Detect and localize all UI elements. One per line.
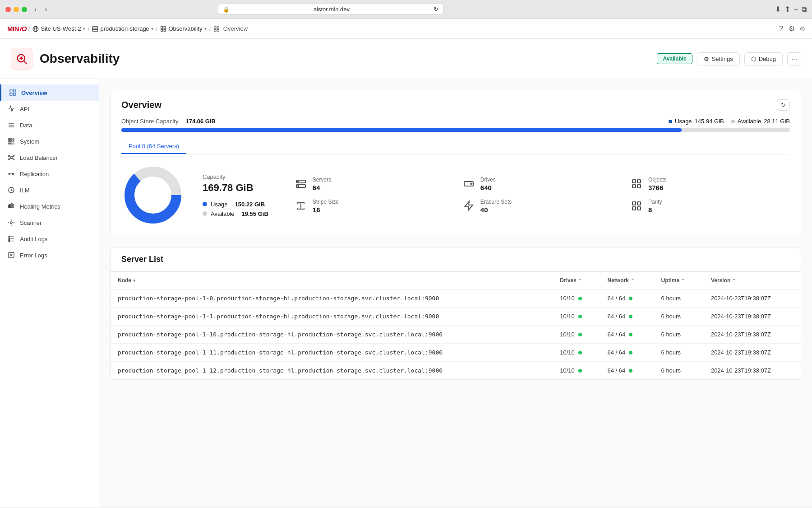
lock-icon: 🔒	[223, 6, 230, 13]
nav-buttons: ‹ ›	[32, 5, 50, 14]
pool-cap-value: 169.78 GiB	[203, 182, 268, 194]
svg-rect-17	[11, 139, 12, 140]
sidebar-item-scanner[interactable]: Scanner	[0, 214, 99, 231]
downloads-button[interactable]: ⬇	[775, 5, 781, 14]
svg-rect-62	[637, 185, 641, 188]
debug-button[interactable]: ⬡ Debug	[744, 52, 783, 65]
close-button[interactable]	[5, 7, 11, 12]
svg-line-32	[9, 158, 11, 159]
topbar: MINIO / Site US-West-2 ▾ / production-st…	[0, 19, 812, 39]
table-row[interactable]: production-storage-pool-1-11.production-…	[111, 344, 801, 362]
svg-marker-64	[465, 201, 473, 210]
sidebar-item-ilm[interactable]: ILM	[0, 182, 99, 198]
reload-button[interactable]: ↻	[434, 6, 438, 13]
capacity-fill	[121, 128, 682, 132]
page-header: Observability Available ⚙ Settings ⬡ Deb…	[0, 39, 812, 79]
table-row[interactable]: production-storage-pool-1-1.production-s…	[111, 308, 801, 326]
breadcrumb-sep-0: /	[28, 25, 30, 32]
breadcrumb-site[interactable]: Site US-West-2 ▾	[32, 25, 85, 32]
svg-rect-37	[8, 205, 9, 208]
main-layout: Overview API Data System	[0, 79, 812, 507]
col-drives-label: Drives	[560, 277, 577, 284]
version-cell: 2024-10-23T19:38:07Z	[704, 362, 801, 380]
sidebar-item-audit-logs-label: Audit Logs	[20, 236, 47, 242]
svg-line-6	[24, 61, 27, 64]
table-row[interactable]: production-storage-pool-1-10.production-…	[111, 326, 801, 344]
sidebar-item-audit-logs[interactable]: Audit Logs	[0, 231, 99, 247]
version-cell: 2024-10-23T19:38:07Z	[704, 326, 801, 344]
sidebar-item-replication[interactable]: Replication	[0, 166, 99, 182]
col-uptime[interactable]: Uptime ⌃	[654, 272, 704, 289]
breadcrumb: / Site US-West-2 ▾ / production-storage …	[28, 25, 248, 33]
parity-icon	[629, 199, 644, 213]
minimize-button[interactable]	[14, 7, 19, 12]
sidebar-item-overview[interactable]: Overview	[0, 84, 99, 101]
svg-rect-10	[13, 90, 15, 92]
overview-section-header: Overview ↻	[121, 99, 790, 111]
available-value: 28.11 GiB	[764, 118, 790, 125]
settings-btn-icon: ⚙	[704, 56, 709, 62]
col-uptime-label: Uptime	[661, 277, 680, 284]
more-actions-button[interactable]: ⋯	[787, 52, 801, 65]
status-badge: Available	[657, 53, 692, 64]
svg-rect-39	[11, 203, 12, 208]
back-button[interactable]: ‹	[32, 5, 39, 14]
sidebar-item-error-logs-label: Error Logs	[20, 252, 47, 259]
sidebar-item-healing-metrics[interactable]: Healing Metrics	[0, 198, 99, 214]
refresh-button[interactable]: ↻	[777, 99, 790, 111]
maximize-button[interactable]	[22, 7, 27, 12]
pool-tabs: Pool 0 (64 Servers)	[121, 139, 790, 154]
capacity-label: Object Store Capacity	[121, 118, 178, 125]
sidebar-item-load-balancer[interactable]: Load Balancer	[0, 149, 99, 166]
node-cell: production-storage-pool-1-10.production-…	[111, 326, 553, 344]
breadcrumb-storage[interactable]: production-storage ▾	[92, 25, 153, 32]
legend-usage: Usage 145.94 GiB	[669, 118, 724, 125]
svg-rect-21	[13, 141, 14, 142]
sidebar-item-system[interactable]: System	[0, 133, 99, 149]
sidebar-item-api[interactable]: API	[0, 101, 99, 117]
pool-usage-legend-label: Usage	[211, 201, 228, 208]
uptime-cell: 6 hours	[654, 326, 704, 344]
tabs-button[interactable]: ⧉	[802, 5, 807, 14]
pool-capacity-info: Capacity 169.78 GiB Usage 150.22 GiB Ava…	[203, 173, 268, 217]
logout-button[interactable]: ⎋	[800, 25, 805, 33]
settings-button[interactable]: ⚙ Settings	[697, 52, 740, 65]
settings-gear-button[interactable]: ⚙	[789, 24, 795, 33]
table-row[interactable]: production-storage-pool-1-0.production-s…	[111, 289, 801, 308]
col-drives[interactable]: Drives ⌃	[553, 272, 600, 289]
sidebar-item-data[interactable]: Data	[0, 117, 99, 133]
breadcrumb-observability[interactable]: Observability ▾	[160, 25, 206, 32]
pool-cap-label: Capacity	[203, 173, 268, 180]
page-header-icon-container	[11, 48, 32, 70]
svg-rect-66	[637, 202, 641, 205]
app: MINIO / Site US-West-2 ▾ / production-st…	[0, 19, 812, 507]
svg-rect-42	[9, 236, 10, 238]
metric-parity-text: Parity 8	[648, 199, 662, 214]
metric-servers-label: Servers	[313, 177, 331, 183]
col-network[interactable]: Network ⌃	[600, 272, 654, 289]
overview-breadcrumb-icon	[213, 26, 220, 32]
breadcrumb-sep-3: /	[209, 25, 211, 32]
col-version[interactable]: Version ⌃	[704, 272, 801, 289]
header-actions: Available ⚙ Settings ⬡ Debug ⋯	[657, 52, 801, 65]
pool-tab-0[interactable]: Pool 0 (64 Servers)	[121, 139, 186, 154]
metric-stripe-text: Stripe Size 16	[313, 199, 339, 214]
share-button[interactable]: ⬆	[784, 5, 790, 14]
metric-parity-label: Parity	[648, 199, 662, 205]
metric-stripe-label: Stripe Size	[313, 199, 339, 205]
breadcrumb-current: Overview	[213, 25, 248, 33]
metric-objects-label: Objects	[648, 177, 667, 183]
forward-button[interactable]: ›	[42, 5, 50, 14]
help-button[interactable]: ?	[779, 25, 783, 33]
server-list: Server List Node ▾	[110, 247, 801, 380]
page-title: Observability	[40, 51, 120, 66]
server-list-title: Server List	[121, 255, 790, 264]
sidebar-item-error-logs[interactable]: Error Logs	[0, 247, 99, 263]
col-node[interactable]: Node ▾	[111, 272, 553, 289]
svg-rect-23	[11, 143, 12, 144]
table-row[interactable]: production-storage-pool-1-12.production-…	[111, 362, 801, 380]
address-bar[interactable]: 🔒 aistor.min.dev ↻	[218, 4, 443, 15]
topbar-right: ? ⚙ ⎋	[779, 24, 805, 33]
new-tab-button[interactable]: +	[794, 5, 798, 14]
drives-cell: 10/10	[553, 326, 600, 344]
